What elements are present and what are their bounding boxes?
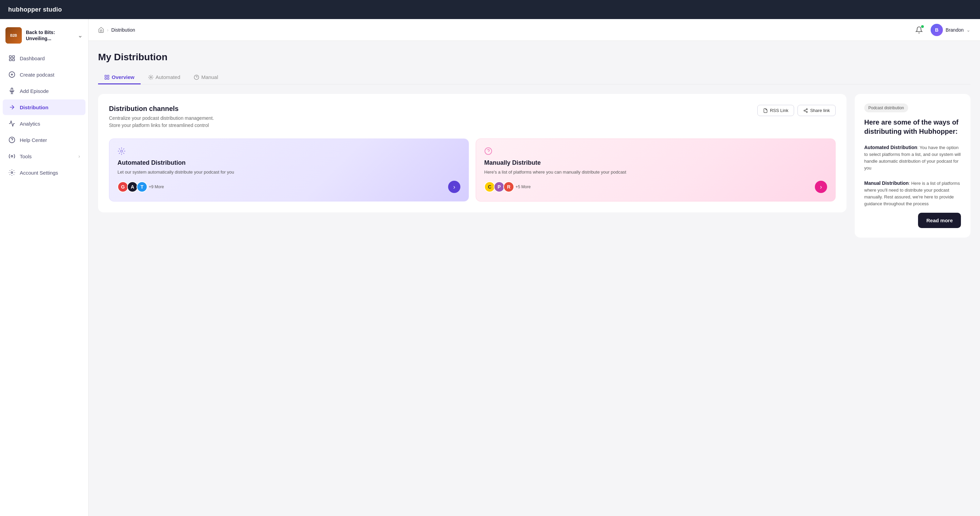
podcast-selector[interactable]: B2B Back to Bits: Unveiling... ⌄: [0, 24, 88, 50]
header-actions: B Brandon ⌄: [913, 24, 970, 36]
content-area: › Distribution B Brandon ⌄: [89, 19, 980, 516]
tools-chevron: ›: [78, 154, 80, 159]
page-title: My Distribution: [98, 52, 970, 63]
breadcrumb-separator: ›: [107, 27, 109, 33]
manual-card-icon: [484, 147, 827, 155]
tab-manual-label: Manual: [201, 74, 218, 80]
info-manual-title: Manual Distribution: [864, 180, 909, 186]
user-menu-chevron: ⌄: [966, 27, 970, 33]
tabs-bar: Overview Automated Manual: [98, 71, 970, 84]
notification-button[interactable]: [913, 24, 925, 36]
svg-rect-16: [105, 78, 107, 79]
svg-rect-14: [105, 75, 107, 77]
automated-platform-icons: G A T +9 More: [118, 181, 164, 192]
info-card-title: Here are some of the ways of distributin…: [864, 118, 961, 136]
svg-point-21: [807, 109, 808, 110]
manual-platform-icon-3: R: [503, 181, 514, 192]
svg-point-12: [11, 156, 13, 157]
rss-link-button[interactable]: RSS Link: [757, 105, 794, 116]
automated-card-footer: G A T +9 More ›: [118, 181, 460, 193]
svg-line-25: [805, 109, 807, 110]
info-automated-section: Automated Distribution: You have the opt…: [864, 144, 961, 172]
automated-distribution-card[interactable]: Automated Distribution Let our system au…: [109, 138, 469, 202]
distribution-icon: [8, 103, 16, 111]
brand-logo: hubhopper studio: [8, 6, 62, 13]
sidebar-item-dashboard[interactable]: Dashboard: [3, 50, 86, 66]
manual-card-footer: C P R +5 More ›: [484, 181, 827, 193]
info-automated-title: Automated Distribution: [864, 144, 917, 150]
sidebar-label-dashboard: Dashboard: [20, 56, 45, 61]
manual-card-title: Manually Distribute: [484, 159, 827, 167]
svg-point-22: [804, 110, 805, 111]
sidebar: B2B Back to Bits: Unveiling... ⌄ Dashboa…: [0, 19, 89, 516]
dist-cards: Automated Distribution Let our system au…: [109, 138, 835, 202]
automated-more-count: +9 More: [149, 184, 164, 189]
svg-rect-1: [13, 56, 14, 58]
read-more-button[interactable]: Read more: [918, 213, 961, 228]
sidebar-label-distribution: Distribution: [20, 105, 48, 110]
svg-point-13: [11, 172, 13, 174]
sidebar-item-create-podcast[interactable]: Create podcast: [3, 67, 86, 83]
svg-point-26: [121, 150, 123, 152]
help-icon: [8, 136, 16, 144]
channels-title: Distribution channels: [109, 105, 214, 113]
sidebar-nav: Dashboard Create podcast: [0, 50, 88, 180]
manual-card-desc: Here's a list of platforms where you can…: [484, 169, 827, 175]
share-link-button[interactable]: Share link: [797, 105, 835, 116]
tab-overview[interactable]: Overview: [98, 71, 141, 84]
breadcrumb-home-icon: [98, 27, 104, 33]
info-card: Podcast distribution Here are some of th…: [855, 94, 970, 238]
podcast-avatar: B2B: [5, 27, 22, 44]
page-content: My Distribution Overview Automated: [89, 41, 980, 516]
sidebar-label-create-podcast: Create podcast: [20, 72, 54, 78]
sidebar-item-tools[interactable]: Tools ›: [3, 148, 86, 164]
sidebar-label-analytics: Analytics: [20, 121, 40, 127]
breadcrumb: › Distribution: [98, 27, 909, 33]
user-name: Brandon: [946, 27, 964, 33]
tab-automated[interactable]: Automated: [142, 71, 186, 84]
automated-arrow-button[interactable]: ›: [448, 181, 460, 193]
topbar: hubhopper studio: [0, 0, 980, 19]
info-manual-section: Manual Distribution: Here is a list of p…: [864, 180, 961, 208]
settings-icon: [8, 169, 16, 176]
tab-overview-label: Overview: [112, 74, 135, 80]
user-avatar: B: [931, 24, 943, 36]
channels-subtitle: Centralize your podcast distribution man…: [109, 115, 214, 129]
platform-icon-3: T: [137, 181, 148, 192]
main-layout: B2B Back to Bits: Unveiling... ⌄ Dashboa…: [0, 19, 980, 516]
channels-actions: RSS Link Share link: [757, 105, 835, 116]
svg-line-24: [805, 111, 807, 111]
sidebar-item-add-episode[interactable]: Add Episode: [3, 83, 86, 99]
automated-card-title: Automated Distribution: [118, 159, 460, 167]
channels-header: Distribution channels Centralize your po…: [109, 105, 835, 129]
sidebar-label-account-settings: Account Settings: [20, 170, 58, 176]
header-bar: › Distribution B Brandon ⌄: [89, 19, 980, 41]
sidebar-item-distribution[interactable]: Distribution: [3, 99, 86, 115]
svg-rect-17: [107, 78, 109, 79]
info-badge: Podcast distribution: [864, 103, 908, 112]
analytics-icon: [8, 120, 16, 127]
sidebar-item-account-settings[interactable]: Account Settings: [3, 165, 86, 180]
svg-rect-15: [107, 75, 109, 77]
channels-card: Distribution channels Centralize your po…: [98, 94, 846, 213]
svg-point-18: [150, 76, 151, 78]
sidebar-item-help-center[interactable]: Help Center: [3, 132, 86, 148]
dashboard-icon: [8, 54, 16, 62]
channels-title-block: Distribution channels Centralize your po…: [109, 105, 214, 129]
tab-manual[interactable]: Manual: [188, 71, 224, 84]
manual-arrow-button[interactable]: ›: [815, 181, 827, 193]
manual-distribution-card[interactable]: Manually Distribute Here's a list of pla…: [476, 138, 835, 202]
tools-icon: [8, 152, 16, 160]
user-menu[interactable]: B Brandon ⌄: [931, 24, 970, 36]
svg-rect-0: [10, 56, 11, 58]
automated-card-icon: [118, 147, 460, 155]
sidebar-label-add-episode: Add Episode: [20, 88, 49, 94]
svg-rect-2: [10, 59, 11, 61]
automated-card-desc: Let our system automatically distribute …: [118, 169, 460, 175]
podcast-selector-chevron: ⌄: [78, 32, 83, 39]
sidebar-label-tools: Tools: [20, 154, 32, 159]
svg-rect-7: [11, 88, 13, 92]
create-podcast-icon: [8, 71, 16, 78]
svg-point-23: [807, 111, 808, 113]
sidebar-item-analytics[interactable]: Analytics: [3, 116, 86, 132]
